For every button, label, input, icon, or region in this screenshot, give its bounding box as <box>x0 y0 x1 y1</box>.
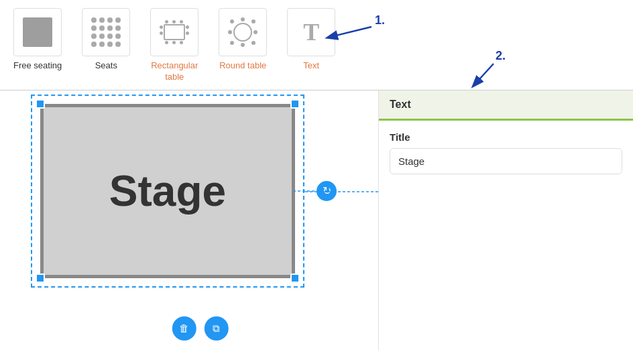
refresh-icon: ↻ <box>323 184 331 197</box>
free-seating-icon <box>23 17 52 47</box>
rect-table-icon <box>158 19 190 46</box>
svg-line-5 <box>473 64 494 86</box>
stage-box: Stage <box>40 104 295 278</box>
toolbar: Free seating Seats <box>0 0 633 90</box>
canvas-area: Stage ↻ 🗑 ⧉ <box>0 90 378 351</box>
annotation-1: 1. <box>321 12 402 48</box>
tool-round-table[interactable]: Round table <box>219 8 267 72</box>
handle-bottom-right[interactable] <box>290 274 300 283</box>
round-table-icon-box <box>219 8 267 56</box>
copy-button[interactable]: ⧉ <box>205 316 229 341</box>
refresh-button[interactable]: ↻ <box>316 181 337 201</box>
handle-top-right[interactable] <box>290 99 300 109</box>
handle-top-left[interactable] <box>36 99 45 109</box>
seats-icon-box <box>82 8 130 56</box>
copy-icon: ⧉ <box>213 322 220 335</box>
free-seating-icon-box <box>13 8 62 56</box>
handle-bottom-left[interactable] <box>36 274 45 283</box>
delete-button[interactable]: 🗑 <box>172 316 196 341</box>
tool-free-seating[interactable]: Free seating <box>13 8 62 72</box>
round-table-icon <box>227 16 259 48</box>
tool-rectangular-table[interactable]: Rectangulartable <box>150 8 198 83</box>
svg-line-1 <box>328 27 371 38</box>
free-seating-label: Free seating <box>13 60 62 72</box>
rect-table-icon-box <box>150 8 198 56</box>
main-area: Stage ↻ 🗑 ⧉ <box>0 90 633 351</box>
annotation-2: 2. <box>459 49 526 95</box>
text-tool-label: Text <box>303 60 319 72</box>
rect-table-label: Rectangulartable <box>151 60 198 83</box>
panel-header-text: Text <box>390 99 411 110</box>
svg-text:1.: 1. <box>375 13 385 27</box>
round-table-label: Round table <box>219 60 266 72</box>
panel-body: Title <box>379 121 633 185</box>
stage-text: Stage <box>109 166 226 216</box>
connector-line-svg <box>293 190 316 192</box>
svg-text:2.: 2. <box>496 49 506 62</box>
seats-label: Seats <box>95 60 117 72</box>
title-input[interactable] <box>390 148 622 174</box>
seats-icon <box>91 17 121 47</box>
tool-seats[interactable]: Seats <box>82 8 130 72</box>
stage-element[interactable]: Stage ↻ <box>40 104 295 278</box>
text-tool-icon: T <box>303 20 319 44</box>
action-buttons: 🗑 ⧉ <box>172 316 229 341</box>
right-panel: 2. Text Title <box>378 90 633 351</box>
title-field-label: Title <box>390 131 622 143</box>
delete-icon: 🗑 <box>179 322 189 334</box>
